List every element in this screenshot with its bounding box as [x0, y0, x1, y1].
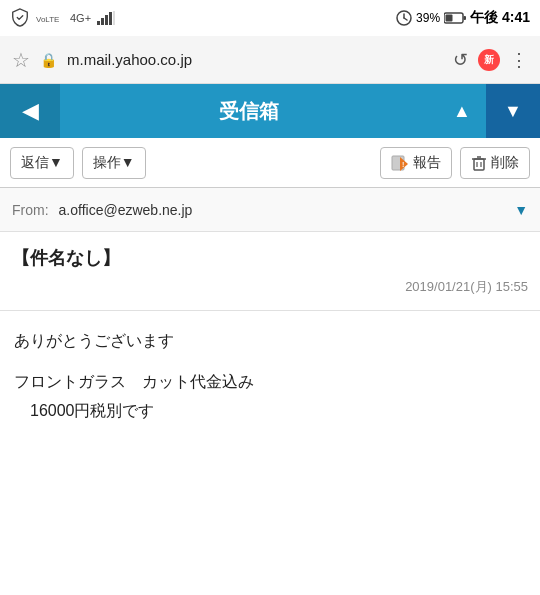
svg-rect-1 [97, 21, 100, 25]
lock-icon: 🔒 [40, 52, 57, 68]
battery-percent: 39% [416, 11, 440, 25]
body-line-2: フロントガラス カット代金込み 16000円税別です [14, 368, 526, 426]
svg-rect-4 [109, 12, 112, 25]
status-bar: VoLTE 4G+ 39% 午後 4:41 [0, 0, 540, 36]
inbox-title: 受信箱 [60, 98, 438, 125]
network-icon: 4G+ [70, 12, 91, 24]
svg-rect-3 [105, 15, 108, 25]
svg-rect-10 [464, 16, 467, 20]
from-bar: From: a.office@ezweb.ne.jp ▼ [0, 188, 540, 232]
new-badge: 新 [478, 49, 500, 71]
bookmark-icon[interactable]: ☆ [12, 48, 30, 72]
svg-rect-11 [446, 15, 453, 22]
battery-icon [444, 12, 466, 24]
back-button[interactable]: ◀ [0, 84, 60, 138]
report-icon: ! [391, 154, 409, 172]
mail-toolbar: 返信▼ 操作▼ ! 報告 削除 [0, 138, 540, 188]
signal-bars-icon [97, 11, 115, 25]
trash-icon [471, 155, 487, 171]
svg-line-8 [404, 18, 407, 20]
menu-icon[interactable]: ⋮ [510, 49, 528, 71]
mail-body: ありがとうございます フロントガラス カット代金込み 16000円税別です [0, 311, 540, 453]
nav-bar: ◀ 受信箱 ▲ ▼ [0, 84, 540, 138]
shield-icon [10, 8, 30, 28]
svg-rect-5 [113, 11, 115, 25]
nav-up-button[interactable]: ▲ [438, 84, 486, 138]
reply-button[interactable]: 返信▼ [10, 147, 74, 179]
from-label: From: [12, 202, 49, 218]
url-display[interactable]: m.mail.yahoo.co.jp [67, 51, 443, 68]
svg-text:!: ! [402, 161, 404, 168]
from-address: a.office@ezweb.ne.jp [59, 202, 515, 218]
operation-button[interactable]: 操作▼ [82, 147, 146, 179]
report-button[interactable]: ! 報告 [380, 147, 452, 179]
mail-date: 2019/01/21(月) 15:55 [12, 278, 528, 306]
time-display: 午後 4:41 [470, 9, 530, 27]
url-bar: ☆ 🔒 m.mail.yahoo.co.jp ↺ 新 ⋮ [0, 36, 540, 84]
svg-text:VoLTE: VoLTE [36, 15, 59, 24]
clock-icon [396, 10, 412, 26]
mail-subject: 【件名なし】 [12, 246, 528, 270]
status-left: VoLTE 4G+ [10, 8, 115, 28]
refresh-icon[interactable]: ↺ [453, 49, 468, 71]
expand-from-button[interactable]: ▼ [514, 202, 528, 218]
svg-rect-15 [474, 159, 484, 170]
body-line-1: ありがとうございます [14, 327, 526, 356]
svg-rect-2 [101, 18, 104, 25]
volte-icon: VoLTE [36, 9, 64, 27]
nav-down-button[interactable]: ▼ [486, 84, 540, 138]
delete-button[interactable]: 削除 [460, 147, 530, 179]
status-right: 39% 午後 4:41 [396, 9, 530, 27]
subject-area: 【件名なし】 2019/01/21(月) 15:55 [0, 232, 540, 311]
